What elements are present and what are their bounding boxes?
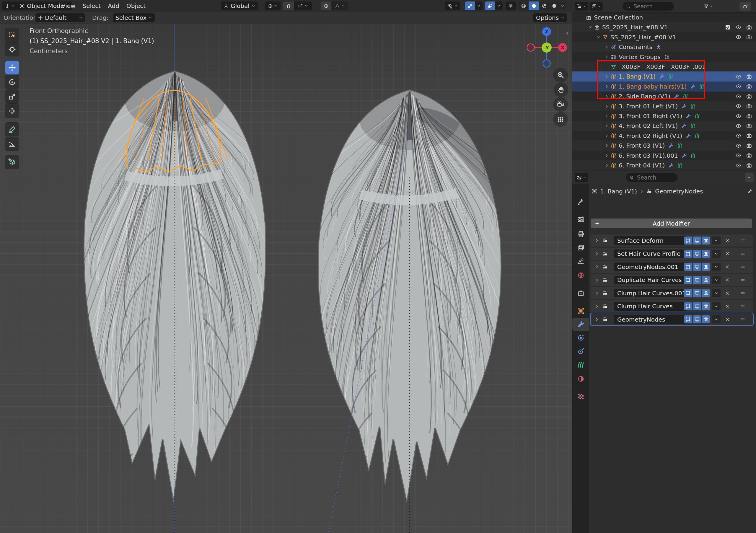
eye-toggle[interactable] (736, 24, 741, 30)
properties-search-input[interactable] (636, 174, 674, 181)
outliner-row[interactable]: 6. Front 04 (V1) (572, 160, 756, 171)
overlays-toggle[interactable] (485, 1, 495, 10)
edit-mode-display-toggle[interactable] (684, 302, 692, 310)
proportional-editing-toggle[interactable] (321, 1, 331, 10)
modifier-panel[interactable]: Surface Deform (591, 234, 753, 247)
tool-transform[interactable] (5, 104, 19, 118)
perspective-toggle-button[interactable] (553, 112, 568, 127)
modifier-drag-handle[interactable] (738, 263, 747, 271)
modifier-delete-button[interactable] (723, 236, 732, 245)
tool-move[interactable] (5, 61, 19, 74)
checkbox-toggle[interactable] (725, 24, 731, 30)
render-display-toggle[interactable] (702, 236, 710, 245)
tab-constraints[interactable] (572, 345, 589, 358)
expander-right[interactable] (603, 104, 611, 108)
edit-mode-display-toggle[interactable] (684, 263, 692, 271)
camera-toggle[interactable] (746, 163, 752, 168)
modifier-panel[interactable]: GeometryNodes.001 (591, 261, 753, 273)
navigation-gizmo[interactable]: Z X -Y (522, 26, 572, 70)
realtime-display-toggle[interactable] (693, 315, 701, 323)
pin-icon[interactable] (747, 188, 752, 194)
tab-material[interactable] (572, 372, 589, 386)
modifier-extras-dropdown[interactable] (712, 289, 720, 297)
realtime-display-toggle[interactable] (693, 302, 701, 310)
expander-right[interactable] (603, 124, 611, 128)
modifier-delete-button[interactable] (723, 315, 732, 323)
properties-search[interactable] (626, 173, 677, 182)
eye-toggle[interactable] (736, 84, 741, 89)
render-display-toggle[interactable] (702, 315, 710, 323)
tool-rotate[interactable] (5, 75, 19, 89)
expander-down[interactable] (595, 35, 603, 39)
outliner-row[interactable]: _X003F__X003F__X003F_.001 (572, 62, 756, 72)
eye-toggle[interactable] (736, 153, 741, 158)
breadcrumb-object[interactable]: 1. Bang (V1) (600, 188, 637, 195)
modifier-name-field[interactable]: GeometryNodes.001 (614, 262, 687, 271)
tab-object[interactable] (572, 305, 589, 317)
modifier-expander[interactable] (593, 238, 601, 243)
realtime-display-toggle[interactable] (693, 236, 701, 245)
modifier-name-field[interactable]: Clump Hair Curves (614, 302, 687, 311)
outliner-row[interactable]: 4. Front 02 Right (V1) (572, 131, 756, 141)
outliner-row[interactable]: 3. Front 01 Right (V1) (572, 111, 756, 121)
modifier-drag-handle[interactable] (738, 289, 747, 297)
shading-solid-button[interactable] (528, 1, 539, 10)
expander-right[interactable] (603, 144, 611, 147)
pivot-point-selector[interactable] (265, 1, 281, 10)
menu-view[interactable]: View (58, 1, 79, 10)
orientation-dropdown[interactable]: Default (36, 13, 85, 22)
outliner-row[interactable]: 6. Front 03 (V1).001 (572, 150, 756, 161)
expander-right[interactable] (603, 153, 611, 158)
tool-select-box[interactable] (5, 28, 19, 41)
modifier-expander[interactable] (593, 304, 601, 308)
modifier-name-field[interactable]: Surface Deform (614, 236, 687, 245)
modifier-expander[interactable] (593, 317, 601, 322)
tab-output[interactable] (572, 228, 589, 241)
modifier-delete-button[interactable] (723, 263, 732, 271)
expander-right[interactable] (603, 85, 611, 89)
modifier-delete-button[interactable] (723, 276, 732, 284)
outliner-row[interactable]: Constraints (572, 42, 756, 52)
modifier-drag-handle[interactable] (738, 250, 747, 258)
eye-toggle[interactable] (736, 123, 741, 129)
properties-options[interactable] (745, 173, 754, 182)
expander-right[interactable] (603, 45, 611, 49)
outliner-row[interactable]: Vertex Groups (572, 52, 756, 62)
modifier-name-field[interactable]: Clump Hair Curves.001 (614, 289, 687, 297)
shading-settings[interactable] (559, 1, 566, 10)
region-collapse-arrow[interactable]: ‹ (566, 29, 568, 37)
new-collection-button[interactable] (740, 2, 751, 11)
modifier-expander[interactable] (593, 291, 601, 295)
expander-down[interactable] (586, 25, 594, 29)
modifier-drag-handle[interactable] (738, 302, 747, 310)
modifier-extras-dropdown[interactable] (712, 315, 720, 323)
outliner-row[interactable]: 6. Front 03 (V1) (572, 141, 756, 150)
outliner-search[interactable] (623, 2, 674, 11)
tool-scale[interactable] (5, 90, 19, 103)
realtime-display-toggle[interactable] (693, 250, 701, 258)
render-display-toggle[interactable] (702, 289, 710, 297)
modifier-extras-dropdown[interactable] (712, 276, 720, 284)
editor-type-selector[interactable] (2, 1, 17, 10)
modifier-expander[interactable] (593, 278, 601, 282)
tool-add-cube[interactable] (5, 155, 19, 169)
transform-orientation-selector[interactable]: Global (221, 1, 258, 10)
outliner-row[interactable]: 1. Bang (V1) (572, 71, 756, 82)
tool-measure[interactable] (5, 137, 19, 150)
modifier-panel[interactable]: Set Hair Curve Profile (591, 248, 753, 260)
modifier-expander[interactable] (593, 252, 601, 256)
modifier-extras-dropdown[interactable] (712, 302, 720, 310)
modifier-extras-dropdown[interactable] (712, 236, 720, 245)
xray-toggle[interactable] (505, 1, 516, 10)
tab-physics[interactable] (572, 331, 589, 344)
menu-object[interactable]: Object (123, 1, 149, 10)
modifier-extras-dropdown[interactable] (712, 263, 720, 271)
camera-view-button[interactable] (553, 97, 568, 112)
modifier-name-field[interactable]: Duplicate Hair Curves (614, 276, 687, 284)
proportional-falloff-selector[interactable] (331, 1, 348, 10)
modifier-name-field[interactable]: Set Hair Curve Profile (614, 250, 687, 258)
outliner-search-input[interactable] (633, 3, 670, 10)
expander-right[interactable] (603, 74, 611, 79)
camera-toggle[interactable] (746, 103, 752, 109)
modifier-drag-handle[interactable] (738, 276, 747, 284)
